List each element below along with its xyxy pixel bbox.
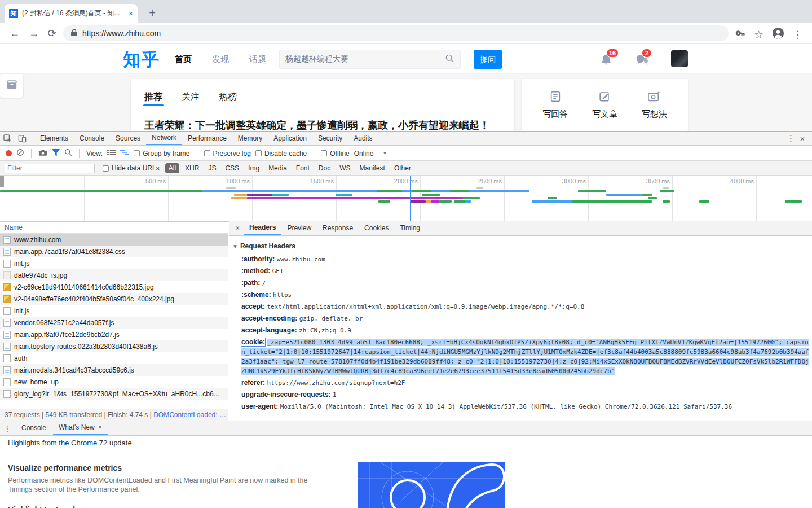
throttling-dropdown-icon[interactable]: ▼ bbox=[382, 151, 387, 156]
drawer-menu-icon[interactable]: ⋮ bbox=[0, 424, 15, 433]
devtools-tab-console[interactable]: Console bbox=[74, 132, 110, 145]
network-overview-timeline[interactable]: 500 ms1000 ms1500 ms2000 ms2500 ms3000 m… bbox=[0, 176, 812, 222]
devtools-close-icon[interactable]: × bbox=[797, 134, 807, 143]
details-tab-timing[interactable]: Timing bbox=[394, 221, 426, 235]
search-requests-icon[interactable] bbox=[64, 148, 72, 158]
hide-data-urls-checkbox[interactable]: Hide data URLs bbox=[103, 164, 160, 172]
details-tab-response[interactable]: Response bbox=[317, 221, 359, 235]
chrome-menu-icon[interactable]: ⋮ bbox=[793, 29, 802, 41]
request-row[interactable]: main.modals.341cad4c37abcccd59c6.js bbox=[0, 364, 228, 376]
write-idea-button[interactable]: 写想法 bbox=[642, 90, 667, 120]
drawer-tab-whats-new[interactable]: What's New× bbox=[53, 421, 108, 435]
disable-cache-checkbox[interactable]: Disable cache bbox=[255, 150, 307, 157]
browser-tab[interactable]: 知 (2 封私信 / 16 条消息)首页 - 知... × bbox=[5, 4, 138, 23]
write-answer-button[interactable]: 写回答 bbox=[542, 90, 568, 120]
search-input[interactable] bbox=[285, 55, 445, 64]
request-headers-section[interactable]: ▼Request Headers bbox=[232, 240, 810, 253]
domcontentloaded-stat[interactable]: DOMContentLoaded: … bbox=[153, 411, 226, 419]
feed-tab-[interactable]: 推荐 bbox=[144, 91, 162, 111]
reload-icon[interactable]: ⟳ bbox=[45, 27, 59, 41]
filter-type-js[interactable]: JS bbox=[205, 163, 219, 173]
filter-type-all[interactable]: All bbox=[165, 163, 179, 173]
screenshot-camera-icon[interactable] bbox=[38, 149, 47, 158]
filter-input[interactable] bbox=[5, 164, 95, 173]
filter-type-ws[interactable]: WS bbox=[336, 163, 354, 173]
nav-home[interactable]: 首页 bbox=[175, 54, 192, 65]
devtools-tab-elements[interactable]: Elements bbox=[34, 132, 74, 145]
filter-type-font[interactable]: Font bbox=[293, 163, 313, 173]
request-row[interactable]: init.js bbox=[0, 305, 228, 317]
devtools-tab-network[interactable]: Network bbox=[146, 132, 182, 145]
close-whats-new-icon[interactable]: × bbox=[98, 421, 102, 434]
request-row[interactable]: v2-04e98effe76ec402f404b5fe50a9f04c_400x… bbox=[0, 293, 228, 305]
overview-grip[interactable] bbox=[0, 176, 4, 187]
sidebar-widget-button[interactable] bbox=[0, 74, 23, 98]
request-row[interactable]: vendor.068f42571c2a44da057f.js bbox=[0, 317, 228, 329]
devtools-tab-audits[interactable]: Audits bbox=[348, 132, 378, 145]
key-icon[interactable] bbox=[735, 28, 745, 41]
profile-icon[interactable] bbox=[772, 27, 784, 42]
request-row[interactable]: main.topstory-routes.022a3b2803d40f1438a… bbox=[0, 340, 228, 352]
group-by-frame-checkbox[interactable]: Group by frame bbox=[134, 150, 189, 157]
request-row[interactable]: v2-c69ce18d9410140661414c0d66b22315.jpg bbox=[0, 281, 228, 293]
request-row[interactable]: init.js bbox=[0, 257, 228, 269]
devtools-tab-performance[interactable]: Performance bbox=[182, 132, 232, 145]
user-avatar[interactable] bbox=[671, 50, 688, 67]
request-row[interactable]: glory_log?lr=1&ts=1551972730&pf=Mac+OS+X… bbox=[0, 388, 228, 400]
filter-type-xhr[interactable]: XHR bbox=[182, 163, 202, 173]
filter-type-doc[interactable]: Doc bbox=[315, 163, 334, 173]
filter-type-media[interactable]: Media bbox=[265, 163, 290, 173]
details-tab-cookies[interactable]: Cookies bbox=[359, 221, 394, 235]
devtools-tab-memory[interactable]: Memory bbox=[232, 132, 268, 145]
notifications-button[interactable]: 16 bbox=[599, 52, 613, 69]
preserve-log-checkbox[interactable]: Preserve log bbox=[204, 150, 251, 157]
request-row[interactable]: main.app.7cad1f37af041e8f2384.css bbox=[0, 246, 228, 257]
devtools-tab-security[interactable]: Security bbox=[312, 132, 348, 145]
filter-type-manifest[interactable]: Manifest bbox=[356, 163, 389, 173]
record-icon[interactable] bbox=[6, 150, 12, 156]
feed-tab-[interactable]: 热榜 bbox=[219, 91, 237, 111]
details-tab-headers[interactable]: Headers bbox=[244, 221, 281, 235]
tab-close-icon[interactable]: × bbox=[129, 9, 133, 18]
back-icon[interactable]: ← bbox=[8, 27, 21, 41]
address-bar[interactable]: https://www.zhihu.com bbox=[63, 25, 729, 41]
filter-type-other[interactable]: Other bbox=[391, 163, 414, 173]
view-waterfall-icon[interactable] bbox=[120, 149, 129, 157]
messages-button[interactable]: 2 bbox=[635, 52, 650, 69]
details-tab-preview[interactable]: Preview bbox=[281, 221, 317, 235]
view-list-icon[interactable] bbox=[107, 149, 116, 157]
filter-type-css[interactable]: CSS bbox=[222, 163, 242, 173]
device-toolbar-icon[interactable] bbox=[15, 132, 29, 145]
devtools-tab-sources[interactable]: Sources bbox=[110, 132, 146, 145]
inspect-element-icon[interactable] bbox=[0, 132, 15, 145]
offline-checkbox[interactable]: Offline bbox=[321, 150, 349, 157]
clear-icon[interactable] bbox=[16, 148, 24, 158]
request-row[interactable]: www.zhihu.com bbox=[0, 234, 228, 246]
request-row[interactable]: main.app.f8af07fce12de9bcb2d7.js bbox=[0, 329, 228, 340]
ask-question-button[interactable]: 提问 bbox=[474, 50, 502, 69]
drawer-tab-console[interactable]: Console bbox=[16, 421, 52, 435]
filter-type-img[interactable]: Img bbox=[245, 163, 263, 173]
request-row[interactable]: auth bbox=[0, 352, 228, 364]
nav-discover[interactable]: 发现 bbox=[212, 54, 229, 65]
write-article-button[interactable]: 写文章 bbox=[592, 90, 617, 120]
request-row[interactable]: new_home_up bbox=[0, 376, 228, 388]
forward-icon[interactable]: → bbox=[27, 27, 41, 41]
name-column-header[interactable]: Name bbox=[0, 222, 228, 234]
request-row[interactable]: da8e974dc_is.jpg bbox=[0, 269, 228, 281]
bookmark-star-icon[interactable]: ☆ bbox=[754, 28, 764, 41]
feed-tab-[interactable]: 关注 bbox=[182, 91, 200, 111]
devtools-panel: ElementsConsoleSourcesNetworkPerformance… bbox=[0, 131, 812, 421]
search-icon[interactable] bbox=[445, 54, 454, 65]
devtools-menu-icon[interactable]: ⋮ bbox=[787, 133, 795, 143]
throttling-select[interactable]: Online bbox=[354, 150, 374, 157]
nav-topics[interactable]: 话题 bbox=[249, 54, 266, 65]
devtools-tab-application[interactable]: Application bbox=[268, 132, 312, 145]
filter-funnel-icon[interactable] bbox=[52, 149, 60, 158]
feed-headline[interactable]: 王者荣耀：下一批调整英雄确定，墨子惨遭削弱，嬴政，小乔有望迎来崛起！ bbox=[131, 111, 514, 131]
close-details-icon[interactable]: × bbox=[232, 224, 242, 233]
whats-new-item-title[interactable]: Highlight text nodes bbox=[8, 505, 326, 508]
whats-new-item-title[interactable]: Visualize performance metrics bbox=[8, 463, 326, 472]
new-tab-button[interactable]: + bbox=[144, 5, 160, 21]
zhihu-logo[interactable]: 知乎 bbox=[123, 48, 160, 72]
